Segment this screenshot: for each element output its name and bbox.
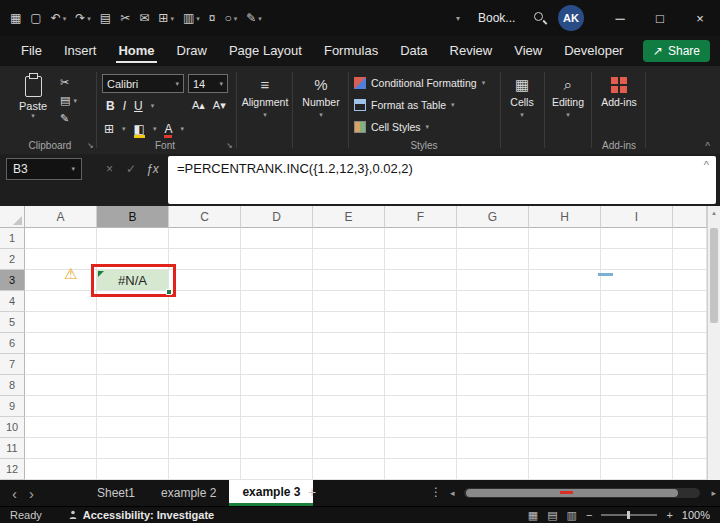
column-header-H[interactable]: H: [529, 206, 601, 228]
paste-caret-icon[interactable]: ▾: [12, 112, 54, 120]
cell-G2[interactable]: [457, 249, 529, 270]
cell-H1[interactable]: [529, 228, 601, 249]
scroll-left-icon[interactable]: ◂: [450, 488, 455, 498]
zoom-in-button[interactable]: +: [666, 509, 672, 521]
cell-A11[interactable]: [25, 438, 97, 459]
cell-C9[interactable]: [169, 396, 241, 417]
collapse-ribbon-icon[interactable]: ^: [705, 141, 710, 152]
cell-F7[interactable]: [385, 354, 457, 375]
cell-D5[interactable]: [241, 312, 313, 333]
cell-G1[interactable]: [457, 228, 529, 249]
borders-caret-icon[interactable]: ▾: [122, 125, 126, 133]
sheet-options-icon[interactable]: ⋮: [430, 485, 442, 499]
cell-C2[interactable]: [169, 249, 241, 270]
cell-B8[interactable]: [97, 375, 169, 396]
menu-tab-developer[interactable]: Developer: [553, 36, 634, 66]
cell-E2[interactable]: [313, 249, 385, 270]
row-header-12[interactable]: 12: [0, 459, 25, 480]
fill-color-button[interactable]: ◧: [134, 123, 145, 135]
cell-H4[interactable]: [529, 291, 601, 312]
cell-E8[interactable]: [313, 375, 385, 396]
row-header-11[interactable]: 11: [0, 438, 25, 459]
cell-F5[interactable]: [385, 312, 457, 333]
style-button-conditional-formatting[interactable]: Conditional Formatting▾: [354, 75, 485, 91]
cell-I9[interactable]: [601, 396, 673, 417]
cell-I11[interactable]: [601, 438, 673, 459]
name-box[interactable]: B3 ▾: [6, 158, 82, 180]
font-size-combo[interactable]: 14 ▾: [188, 74, 228, 93]
font-size-caret-icon[interactable]: ▾: [219, 80, 223, 88]
sheet-tab-sheet1[interactable]: Sheet1: [84, 480, 148, 506]
row-header-3[interactable]: 3: [0, 270, 25, 291]
cell-D7[interactable]: [241, 354, 313, 375]
sheet-tab-example-2[interactable]: example 2: [148, 480, 229, 506]
vscroll-thumb[interactable]: [710, 228, 718, 323]
cell-G4[interactable]: [457, 291, 529, 312]
menu-tab-review[interactable]: Review: [439, 36, 504, 66]
cell-E1[interactable]: [313, 228, 385, 249]
cell-G10[interactable]: [457, 417, 529, 438]
menu-tab-home[interactable]: Home: [107, 36, 165, 66]
number-caret-icon[interactable]: ▾: [296, 111, 346, 119]
cell-E7[interactable]: [313, 354, 385, 375]
cell-E6[interactable]: [313, 333, 385, 354]
cell-A6[interactable]: [25, 333, 97, 354]
enter-icon[interactable]: ✓: [126, 162, 136, 176]
hscroll-track[interactable]: [464, 488, 700, 498]
vertical-scrollbar[interactable]: ▴: [707, 206, 720, 480]
page-layout-view-icon[interactable]: ▤: [547, 510, 557, 521]
fill-color-caret-icon[interactable]: ▾: [153, 125, 157, 133]
record-icon[interactable]: ○▾: [224, 12, 237, 24]
alignment-caret-icon[interactable]: ▾: [240, 111, 290, 119]
underline-caret-icon[interactable]: ▾: [151, 102, 155, 110]
cell-A8[interactable]: [25, 375, 97, 396]
sheet-nav-right-icon[interactable]: ›: [29, 486, 34, 501]
mail-icon[interactable]: ✉: [139, 12, 149, 24]
font-color-button[interactable]: A: [164, 123, 172, 135]
cell-D9[interactable]: [241, 396, 313, 417]
cell-C11[interactable]: [169, 438, 241, 459]
row-header-7[interactable]: 7: [0, 354, 25, 375]
cell-I8[interactable]: [601, 375, 673, 396]
cell-B7[interactable]: [97, 354, 169, 375]
accessibility-status[interactable]: Accessibility: Investigate: [83, 509, 214, 521]
table-icon[interactable]: ⊞▾: [158, 12, 174, 24]
cell-C8[interactable]: [169, 375, 241, 396]
font-name-caret-icon[interactable]: ▾: [175, 80, 179, 88]
cell-D11[interactable]: [241, 438, 313, 459]
cell-A9[interactable]: [25, 396, 97, 417]
zoom-slider[interactable]: [601, 514, 657, 516]
cell-C5[interactable]: [169, 312, 241, 333]
cell-H3[interactable]: [529, 270, 601, 291]
cell-H8[interactable]: [529, 375, 601, 396]
borders-button[interactable]: ⊞: [104, 122, 114, 136]
format-painter-button[interactable]: ✎: [60, 112, 77, 125]
cell-A1[interactable]: [25, 228, 97, 249]
fill-handle[interactable]: [166, 289, 172, 295]
alignment-group-button[interactable]: ≡ Alignment ▾: [240, 74, 290, 119]
cell-F3[interactable]: [385, 270, 457, 291]
cell-A5[interactable]: [25, 312, 97, 333]
cell-D6[interactable]: [241, 333, 313, 354]
copy-button[interactable]: ▤▾: [60, 94, 77, 107]
cell-D4[interactable]: [241, 291, 313, 312]
row-header-10[interactable]: 10: [0, 417, 25, 438]
addins-button[interactable]: Add-ins: [596, 74, 642, 108]
cell-I7[interactable]: [601, 354, 673, 375]
row-header-6[interactable]: 6: [0, 333, 25, 354]
warning-icon[interactable]: ⚠: [64, 266, 77, 281]
editing-caret-icon[interactable]: ▾: [546, 111, 590, 119]
cell-B12[interactable]: [97, 459, 169, 480]
style-button-cell-styles[interactable]: Cell Styles▾: [354, 119, 429, 135]
cell-D12[interactable]: [241, 459, 313, 480]
shrink-font-button[interactable]: A▾: [213, 99, 226, 112]
clipboard-dialog-launcher-icon[interactable]: ↘: [87, 141, 94, 150]
menu-tab-insert[interactable]: Insert: [53, 36, 108, 66]
copy-icon[interactable]: ▤: [100, 12, 111, 24]
currency-icon[interactable]: ¤: [209, 12, 216, 24]
menu-tab-page-layout[interactable]: Page Layout: [218, 36, 313, 66]
menu-tab-formulas[interactable]: Formulas: [313, 36, 389, 66]
italic-button[interactable]: I: [123, 99, 126, 113]
cell-G12[interactable]: [457, 459, 529, 480]
row-header-9[interactable]: 9: [0, 396, 25, 417]
